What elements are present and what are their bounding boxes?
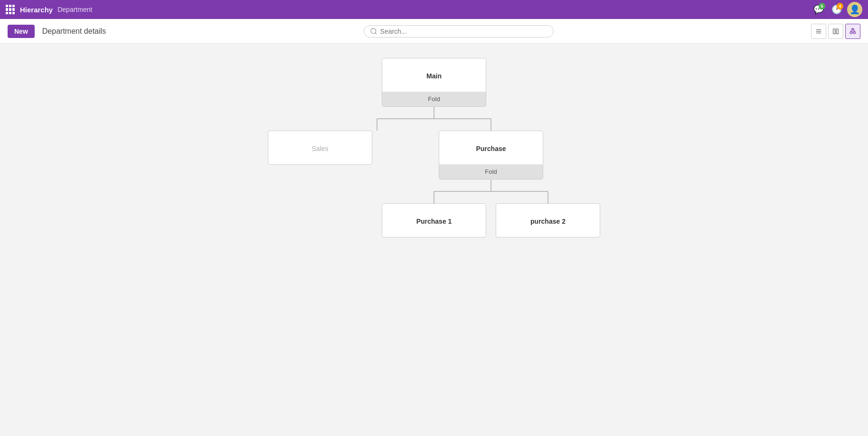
- activity-icon-btn[interactable]: 🕐 4: [829, 2, 844, 17]
- svg-rect-12: [850, 32, 852, 34]
- node-purchase-fold[interactable]: Fold: [439, 164, 543, 179]
- node-main-label: Main: [382, 58, 486, 92]
- svg-line-1: [375, 33, 377, 34]
- activity-badge: 4: [837, 3, 843, 9]
- search-icon: [370, 28, 377, 35]
- kanban-view-button[interactable]: [828, 24, 843, 39]
- svg-rect-5: [833, 28, 835, 34]
- user-avatar[interactable]: 👤: [847, 2, 862, 17]
- sales-branch: Sales: [268, 131, 372, 165]
- level1-children: Sales Purchase Fold: [268, 131, 600, 237]
- connector-level1: [325, 107, 543, 131]
- node-purchase-label: Purchase: [439, 131, 543, 164]
- node-main[interactable]: Main Fold: [382, 58, 486, 107]
- chat-icon-btn[interactable]: 💬 6: [811, 2, 826, 17]
- node-purchase1[interactable]: Purchase 1: [382, 203, 486, 237]
- connector-svg-level1: [325, 107, 543, 131]
- list-view-button[interactable]: [811, 24, 826, 39]
- node-sales-label: Sales: [268, 131, 372, 164]
- svg-point-0: [371, 28, 376, 34]
- view-buttons: [811, 24, 860, 39]
- purchase-branch: Purchase Fold Purchase 1: [382, 131, 600, 237]
- level2-children: Purchase 1 purchase 2: [382, 203, 600, 237]
- node-sales[interactable]: Sales: [268, 131, 372, 165]
- node-main-fold[interactable]: Fold: [382, 92, 486, 106]
- new-button[interactable]: New: [8, 25, 35, 38]
- page-title: Department details: [42, 27, 106, 36]
- main-content: Main Fold Sales: [0, 44, 868, 436]
- node-purchase[interactable]: Purchase Fold: [439, 131, 543, 180]
- topbar-right: 💬 6 🕐 4 👤: [811, 2, 862, 17]
- node-purchase1-label: Purchase 1: [382, 204, 486, 237]
- svg-rect-6: [836, 28, 838, 34]
- connector-svg-level2: [382, 180, 600, 203]
- hierarchy-view-button[interactable]: [845, 24, 860, 39]
- svg-rect-13: [853, 32, 856, 34]
- chat-badge: 6: [819, 3, 825, 9]
- app-name: Hierarchy: [20, 6, 53, 14]
- apps-grid-icon[interactable]: [6, 5, 15, 14]
- connector-level2: [382, 180, 600, 203]
- node-purchase2[interactable]: purchase 2: [496, 203, 600, 237]
- hierarchy-tree: Main Fold Sales: [268, 58, 600, 237]
- actionbar: New Department details: [0, 19, 868, 44]
- node-purchase2-label: purchase 2: [496, 204, 600, 237]
- search-input[interactable]: [380, 28, 547, 35]
- topbar: Hierarchy Department 💬 6 🕐 4 👤: [0, 0, 868, 19]
- search-bar: [364, 25, 554, 38]
- module-name: Department: [57, 6, 92, 13]
